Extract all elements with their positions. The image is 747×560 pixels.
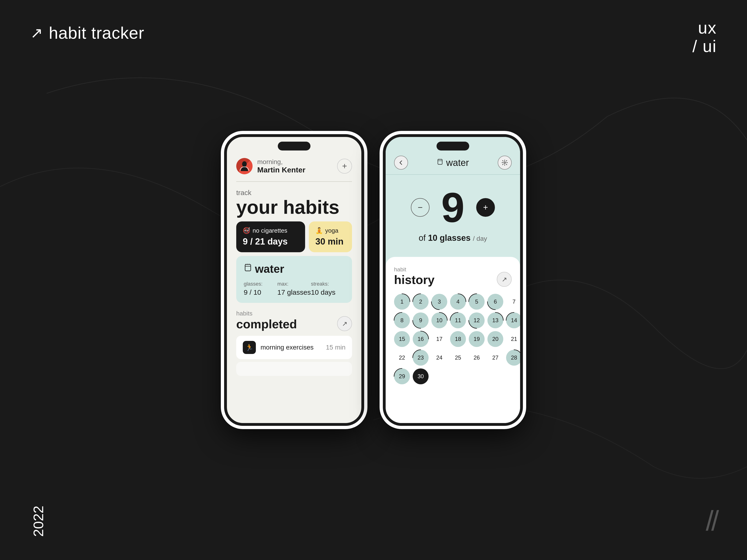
day-number-14: 14 xyxy=(511,317,517,324)
calendar-day-19[interactable]: 19 xyxy=(469,331,485,347)
day-number-15: 15 xyxy=(399,336,405,342)
day-number-9: 9 xyxy=(419,317,422,324)
counter-row: − 9 + xyxy=(411,186,495,229)
calendar-day-5[interactable]: 5 xyxy=(469,294,485,310)
page-title-text: habit tracker xyxy=(49,23,144,43)
morning-exercises-item[interactable]: 🏃 morning exercises 15 min xyxy=(236,336,352,359)
day-number-29: 29 xyxy=(399,373,405,380)
day-number-17: 17 xyxy=(436,336,443,342)
svg-rect-2 xyxy=(438,159,442,164)
day-number-7: 7 xyxy=(512,298,515,305)
decoration-slash: // xyxy=(706,504,717,537)
phone1-header: morning, Martin Kenter + xyxy=(236,158,352,182)
day-number-28: 28 xyxy=(511,354,517,361)
calendar-day-18[interactable]: 18 xyxy=(450,331,466,347)
dynamic-island-2 xyxy=(437,142,469,151)
calendar-day-3[interactable]: 3 xyxy=(431,294,447,310)
calendar-day-16[interactable]: 16 xyxy=(413,331,429,347)
calendar-day-24[interactable]: 24 xyxy=(431,350,447,366)
day-number-20: 20 xyxy=(492,336,499,342)
day-number-4: 4 xyxy=(456,298,459,305)
day-number-24: 24 xyxy=(436,354,443,361)
calendar-day-9[interactable]: 9 xyxy=(413,313,429,328)
history-header: habit history ↗ xyxy=(394,266,512,287)
water-cup-icon xyxy=(244,263,252,275)
history-arrow-button[interactable]: ↗ xyxy=(497,272,512,287)
counter-section: − 9 + of 10 glasses / day xyxy=(386,175,520,257)
completed-arrow-button[interactable]: ↗ xyxy=(337,316,352,331)
day-number-6: 6 xyxy=(494,298,497,305)
glasses-stat: glasses: 9 / 10 xyxy=(244,281,277,296)
svg-rect-1 xyxy=(245,264,251,271)
calendar-day-28[interactable]: 28 xyxy=(506,350,520,366)
phones-container: morning, Martin Kenter + track your habi… xyxy=(224,134,523,426)
calendar-day-2[interactable]: 2 xyxy=(413,294,429,310)
phone1-content: morning, Martin Kenter + track your habi… xyxy=(227,137,361,423)
day-number-3: 3 xyxy=(438,298,441,305)
calendar-day-15[interactable]: 15 xyxy=(394,331,410,347)
day-number-26: 26 xyxy=(474,354,480,361)
calendar-day-10[interactable]: 10 xyxy=(431,313,447,328)
calendar-day-29[interactable]: 29 xyxy=(394,368,410,384)
water-detail-title: water xyxy=(437,158,469,168)
day-number-22: 22 xyxy=(399,354,405,361)
day-number-19: 19 xyxy=(474,336,480,342)
day-number-2: 2 xyxy=(419,298,422,305)
day-number-13: 13 xyxy=(492,317,499,324)
calendar-day-1[interactable]: 1 xyxy=(394,294,410,310)
arrow-icon: ↗ xyxy=(30,25,43,41)
svg-point-3 xyxy=(504,162,506,164)
day-number-30: 30 xyxy=(418,373,424,380)
calendar-day-17[interactable]: 17 xyxy=(431,331,447,347)
yoga-icon: 🧘 xyxy=(315,227,323,234)
calendar-day-26[interactable]: 26 xyxy=(469,350,485,366)
day-number-27: 27 xyxy=(492,354,499,361)
avatar xyxy=(236,158,253,174)
calendar-day-23[interactable]: 23 xyxy=(413,350,429,366)
water-detail-cup-icon xyxy=(437,158,443,168)
morning-exercises-icon: 🏃 xyxy=(243,341,256,354)
svg-point-0 xyxy=(242,161,247,167)
decrement-button[interactable]: − xyxy=(411,198,430,217)
calendar-day-4[interactable]: 4 xyxy=(450,294,466,310)
calendar-day-27[interactable]: 27 xyxy=(487,350,503,366)
add-habit-button[interactable]: + xyxy=(337,159,352,174)
calendar-day-14[interactable]: 14 xyxy=(506,313,520,328)
day-number-18: 18 xyxy=(455,336,461,342)
phone-2: water − 9 + xyxy=(383,134,523,426)
counter-value: 9 xyxy=(441,186,465,229)
history-section: habit history ↗ 123456789101112131415161… xyxy=(386,257,520,423)
settings-button[interactable] xyxy=(498,156,512,170)
calendar-day-30[interactable]: 30 xyxy=(413,368,429,384)
calendar-day-8[interactable]: 8 xyxy=(394,313,410,328)
day-number-25: 25 xyxy=(455,354,461,361)
day-number-11: 11 xyxy=(455,317,461,324)
day-number-12: 12 xyxy=(474,317,480,324)
calendar-day-6[interactable]: 6 xyxy=(487,294,503,310)
dynamic-island-1 xyxy=(278,142,310,151)
day-number-5: 5 xyxy=(475,298,478,305)
phone2-content: water − 9 + xyxy=(386,137,520,423)
increment-button[interactable]: + xyxy=(476,198,495,217)
phone-1: morning, Martin Kenter + track your habi… xyxy=(224,134,364,426)
year-label: 2022 xyxy=(30,506,47,537)
back-button[interactable] xyxy=(394,156,408,170)
calendar-day-21[interactable]: 21 xyxy=(506,331,520,347)
day-number-1: 1 xyxy=(400,298,403,305)
calendar-day-12[interactable]: 12 xyxy=(469,313,485,328)
calendar-day-20[interactable]: 20 xyxy=(487,331,503,347)
calendar-grid: 1234567891011121314151617181920212223242… xyxy=(394,294,512,384)
streaks-stat: streaks: 10 days xyxy=(311,281,344,296)
day-number-10: 10 xyxy=(436,317,443,324)
no-cigarettes-card[interactable]: 🚭 no cigarettes 9 / 21 days xyxy=(236,221,305,252)
calendar-day-13[interactable]: 13 xyxy=(487,313,503,328)
user-text: morning, Martin Kenter xyxy=(257,158,305,174)
track-section: track your habits xyxy=(236,182,352,221)
yoga-card[interactable]: 🧘 yoga 30 min xyxy=(309,221,352,252)
calendar-day-11[interactable]: 11 xyxy=(450,313,466,328)
counter-subtitle: of 10 glasses / day xyxy=(419,233,487,243)
calendar-day-25[interactable]: 25 xyxy=(450,350,466,366)
water-card[interactable]: water glasses: 9 / 10 max: 17 glasses st… xyxy=(236,256,352,303)
calendar-day-7[interactable]: 7 xyxy=(506,294,520,310)
calendar-day-22[interactable]: 22 xyxy=(394,350,410,366)
